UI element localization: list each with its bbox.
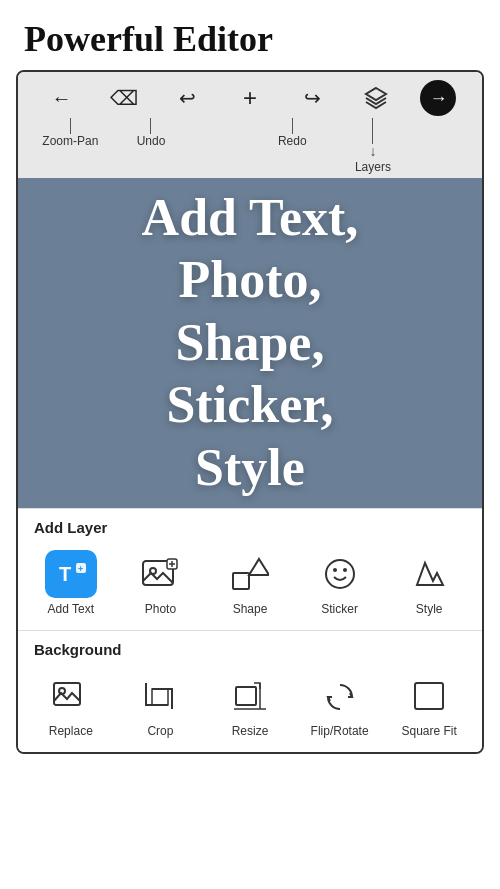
photo-tool[interactable]: Photo (116, 546, 206, 620)
bottom-panel: Add Layer T + Add Text (18, 508, 482, 752)
replace-label: Replace (49, 724, 93, 738)
undo-label-group: Undo (121, 118, 181, 148)
shape-icon-wrap (224, 550, 276, 598)
resize-tool[interactable]: Resize (205, 668, 295, 742)
add-layer-tools: T + Add Text (18, 542, 482, 630)
layers-label-group: ↓ Layers (343, 118, 403, 174)
background-title: Background (18, 630, 482, 664)
square-fit-icon-wrap (403, 672, 455, 720)
page-title: Powerful Editor (0, 0, 500, 70)
down-arrow: ↓ (369, 144, 376, 160)
background-tools: Replace Crop (18, 664, 482, 752)
photo-icon-wrap (134, 550, 186, 598)
go-button[interactable]: → (420, 80, 456, 116)
svg-text:+: + (78, 564, 83, 574)
layers-label: Layers (355, 160, 391, 174)
back-icon[interactable]: ← (43, 80, 79, 116)
canvas-area: Add Text,Photo,Shape,Sticker,Style (18, 178, 482, 508)
crop-tool[interactable]: Crop (116, 668, 206, 742)
flip-rotate-label: Flip/Rotate (311, 724, 369, 738)
resize-icon-wrap (224, 672, 276, 720)
svg-text:T: T (59, 563, 71, 585)
undo-label: Undo (137, 134, 166, 148)
replace-icon-wrap (45, 672, 97, 720)
flip-rotate-tool[interactable]: Flip/Rotate (295, 668, 385, 742)
add-text-tool[interactable]: T + Add Text (26, 546, 116, 620)
crop-icon-wrap (134, 672, 186, 720)
svg-rect-17 (236, 687, 256, 705)
add-text-label: Add Text (48, 602, 94, 616)
svg-point-11 (326, 560, 354, 588)
add-text-icon-wrap: T + (45, 550, 97, 598)
zoom-pan-icon[interactable]: ⌫ (106, 80, 142, 116)
editor-card: ← ⌫ ↩ + ↪ → Zoom-Pan (16, 70, 484, 754)
photo-label: Photo (145, 602, 176, 616)
zoom-pan-label: Zoom-Pan (42, 134, 98, 148)
square-fit-tool[interactable]: Square Fit (384, 668, 474, 742)
svg-marker-0 (366, 88, 386, 100)
svg-rect-9 (233, 573, 249, 589)
style-tool[interactable]: Style (384, 546, 474, 620)
sticker-tool[interactable]: Sticker (295, 546, 385, 620)
redo-label: Redo (278, 134, 307, 148)
svg-rect-14 (54, 683, 80, 705)
sticker-label: Sticker (321, 602, 358, 616)
svg-rect-20 (415, 683, 443, 709)
svg-marker-10 (249, 559, 269, 575)
undo-icon[interactable]: ↩ (169, 80, 205, 116)
crop-label: Crop (147, 724, 173, 738)
shape-tool[interactable]: Shape (205, 546, 295, 620)
svg-rect-16 (152, 689, 168, 705)
zoom-pan-label-group: Zoom-Pan (40, 118, 100, 148)
flip-rotate-icon-wrap (314, 672, 366, 720)
replace-tool[interactable]: Replace (26, 668, 116, 742)
add-layer-title: Add Layer (18, 508, 482, 542)
shape-label: Shape (233, 602, 268, 616)
svg-point-13 (343, 568, 347, 572)
redo-label-group: Redo (262, 118, 322, 148)
sticker-icon-wrap (314, 550, 366, 598)
resize-label: Resize (232, 724, 269, 738)
add-icon[interactable]: + (232, 80, 268, 116)
canvas-main-text: Add Text,Photo,Shape,Sticker,Style (142, 187, 359, 499)
layers-icon[interactable] (358, 80, 394, 116)
svg-point-12 (333, 568, 337, 572)
square-fit-label: Square Fit (401, 724, 456, 738)
toolbar: ← ⌫ ↩ + ↪ → Zoom-Pan (18, 72, 482, 178)
style-label: Style (416, 602, 443, 616)
style-icon-wrap (403, 550, 455, 598)
redo-icon[interactable]: ↪ (295, 80, 331, 116)
